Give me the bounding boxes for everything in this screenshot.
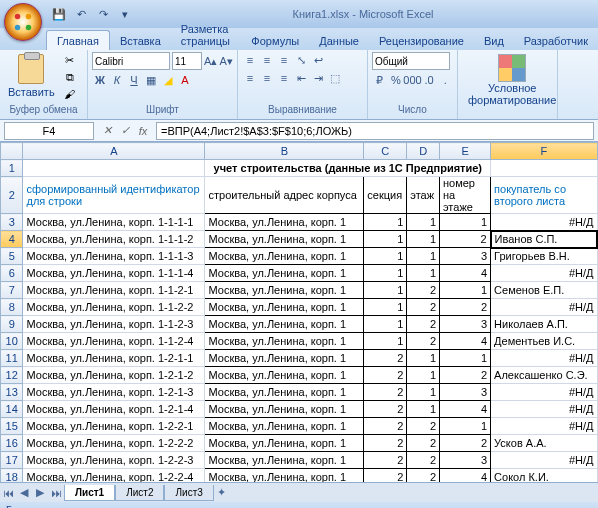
tab-home[interactable]: Главная bbox=[46, 30, 110, 50]
cell[interactable]: 1 bbox=[364, 316, 407, 333]
cell[interactable]: Дементьев И.С. bbox=[491, 333, 597, 350]
cell[interactable]: 1 bbox=[440, 282, 491, 299]
row-header[interactable]: 3 bbox=[1, 214, 23, 231]
sheet-title[interactable]: учет строительства (данные из 1С Предпри… bbox=[205, 160, 491, 177]
cell[interactable]: 1 bbox=[364, 231, 407, 248]
cell[interactable]: Москва, ул.Ленина, корп. 1-2-2-3 bbox=[23, 452, 205, 469]
cell[interactable]: Москва, ул.Ленина, корп. 1 bbox=[205, 231, 364, 248]
cell[interactable]: Москва, ул.Ленина, корп. 1 bbox=[205, 452, 364, 469]
sheet-nav-next-icon[interactable]: ▶ bbox=[32, 485, 48, 501]
cell[interactable]: 2 bbox=[407, 418, 440, 435]
cell[interactable]: 2 bbox=[407, 435, 440, 452]
row-header[interactable]: 13 bbox=[1, 384, 23, 401]
worksheet-grid[interactable]: A B C D E F 1учет строительства (данные … bbox=[0, 142, 598, 482]
row-header[interactable]: 12 bbox=[1, 367, 23, 384]
header-cell[interactable]: номер на этаже bbox=[440, 177, 491, 214]
cell[interactable]: Москва, ул.Ленина, корп. 1 bbox=[205, 333, 364, 350]
cell[interactable]: 1 bbox=[407, 265, 440, 282]
cell[interactable]: Усков А.А. bbox=[491, 435, 597, 452]
row-header[interactable]: 4 bbox=[1, 231, 23, 248]
decrease-indent-icon[interactable]: ⇤ bbox=[293, 70, 309, 86]
cell[interactable]: 1 bbox=[440, 418, 491, 435]
select-all-corner[interactable] bbox=[1, 143, 23, 160]
cell[interactable]: #Н/Д bbox=[491, 401, 597, 418]
cell[interactable]: 3 bbox=[440, 248, 491, 265]
cell[interactable]: #Н/Д bbox=[491, 418, 597, 435]
cell[interactable]: #Н/Д bbox=[491, 350, 597, 367]
border-icon[interactable]: ▦ bbox=[143, 72, 159, 88]
cell[interactable]: Москва, ул.Ленина, корп. 1-2-1-3 bbox=[23, 384, 205, 401]
cell[interactable]: Москва, ул.Ленина, корп. 1 bbox=[205, 316, 364, 333]
paste-button[interactable]: Вставить bbox=[4, 52, 59, 102]
decrease-decimal-icon[interactable]: . bbox=[438, 72, 453, 88]
increase-indent-icon[interactable]: ⇥ bbox=[310, 70, 326, 86]
save-icon[interactable]: 💾 bbox=[50, 5, 68, 23]
cell[interactable]: Москва, ул.Ленина, корп. 1 bbox=[205, 384, 364, 401]
cell[interactable]: Москва, ул.Ленина, корп. 1 bbox=[205, 401, 364, 418]
cell[interactable]: #Н/Д bbox=[491, 299, 597, 316]
sheet-nav-last-icon[interactable]: ⏭ bbox=[48, 485, 64, 501]
cell[interactable]: Москва, ул.Ленина, корп. 1-1-1-2 bbox=[23, 231, 205, 248]
bold-icon[interactable]: Ж bbox=[92, 72, 108, 88]
cell[interactable]: 2 bbox=[407, 333, 440, 350]
cut-icon[interactable]: ✂ bbox=[61, 52, 79, 68]
conditional-format-button[interactable]: Условное форматирование bbox=[462, 52, 562, 117]
header-cell[interactable]: этаж bbox=[407, 177, 440, 214]
cell[interactable]: 2 bbox=[407, 282, 440, 299]
new-sheet-icon[interactable]: ✦ bbox=[214, 485, 230, 501]
tab-pagelayout[interactable]: Разметка страницы bbox=[171, 19, 242, 50]
cell[interactable]: 1 bbox=[364, 265, 407, 282]
number-format-select[interactable] bbox=[372, 52, 450, 70]
cell[interactable]: 2 bbox=[440, 299, 491, 316]
tab-data[interactable]: Данные bbox=[309, 31, 369, 50]
row-header[interactable]: 1 bbox=[1, 160, 23, 177]
cell[interactable]: 1 bbox=[440, 350, 491, 367]
cell[interactable]: Москва, ул.Ленина, корп. 1 bbox=[205, 248, 364, 265]
cell[interactable]: 2 bbox=[364, 469, 407, 483]
tab-formulas[interactable]: Формулы bbox=[241, 31, 309, 50]
cell[interactable]: 1 bbox=[440, 214, 491, 231]
cell[interactable]: Семенов Е.П. bbox=[491, 282, 597, 299]
cell[interactable]: Москва, ул.Ленина, корп. 1 bbox=[205, 265, 364, 282]
cell[interactable]: 4 bbox=[440, 401, 491, 418]
cell[interactable]: 2 bbox=[364, 401, 407, 418]
cell[interactable] bbox=[23, 160, 205, 177]
fx-icon[interactable]: fx bbox=[134, 122, 152, 140]
cell[interactable]: Москва, ул.Ленина, корп. 1-1-1-3 bbox=[23, 248, 205, 265]
sheet-tab-3[interactable]: Лист3 bbox=[164, 485, 213, 501]
row-header[interactable]: 9 bbox=[1, 316, 23, 333]
cell[interactable]: Москва, ул.Ленина, корп. 1-2-2-1 bbox=[23, 418, 205, 435]
align-left-icon[interactable]: ≡ bbox=[242, 70, 258, 86]
font-color-icon[interactable]: A bbox=[177, 72, 193, 88]
cell[interactable]: Москва, ул.Ленина, корп. 1 bbox=[205, 282, 364, 299]
cell[interactable]: Москва, ул.Ленина, корп. 1 bbox=[205, 435, 364, 452]
cell[interactable]: #Н/Д bbox=[491, 214, 597, 231]
cell[interactable]: 1 bbox=[364, 282, 407, 299]
cell[interactable]: #Н/Д bbox=[491, 452, 597, 469]
cell[interactable]: 1 bbox=[407, 350, 440, 367]
cell[interactable]: 1 bbox=[407, 401, 440, 418]
cell[interactable]: 2 bbox=[440, 435, 491, 452]
cell[interactable]: 4 bbox=[440, 333, 491, 350]
header-cell[interactable]: покупатель со второго листа bbox=[491, 177, 597, 214]
cell[interactable]: 1 bbox=[407, 248, 440, 265]
row-header[interactable]: 6 bbox=[1, 265, 23, 282]
qat-more-icon[interactable]: ▾ bbox=[116, 5, 134, 23]
cancel-icon[interactable]: ✕ bbox=[98, 122, 116, 140]
cell[interactable]: Николаев А.П. bbox=[491, 316, 597, 333]
increase-font-icon[interactable]: A▴ bbox=[204, 53, 218, 69]
cell[interactable]: 1 bbox=[364, 248, 407, 265]
cell[interactable]: 2 bbox=[364, 452, 407, 469]
cell[interactable]: 2 bbox=[364, 350, 407, 367]
cell[interactable]: 1 bbox=[364, 299, 407, 316]
cell[interactable]: Москва, ул.Ленина, корп. 1-1-2-2 bbox=[23, 299, 205, 316]
cell[interactable]: 2 bbox=[440, 231, 491, 248]
undo-icon[interactable]: ↶ bbox=[72, 5, 90, 23]
office-button[interactable] bbox=[4, 3, 42, 41]
cell[interactable]: Москва, ул.Ленина, корп. 1-1-1-1 bbox=[23, 214, 205, 231]
font-family-select[interactable] bbox=[92, 52, 170, 70]
row-header[interactable]: 10 bbox=[1, 333, 23, 350]
cell[interactable]: Москва, ул.Ленина, корп. 1-1-2-1 bbox=[23, 282, 205, 299]
orientation-icon[interactable]: ⤡ bbox=[293, 52, 309, 68]
italic-icon[interactable]: К bbox=[109, 72, 125, 88]
